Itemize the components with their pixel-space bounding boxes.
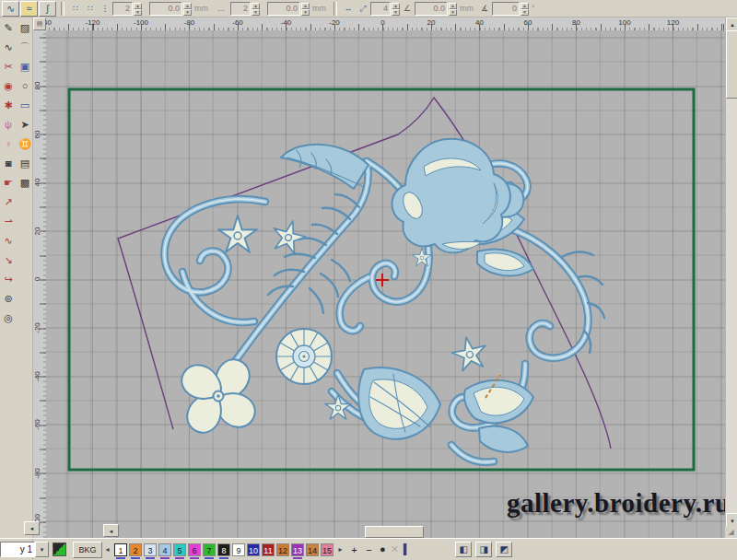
density-spinner[interactable]: ▲▼ [252, 3, 260, 15]
swatch-mark [116, 557, 125, 559]
arc-tool-icon[interactable]: ⌒ [18, 41, 32, 54]
color-swatch-15[interactable]: 15 [321, 543, 333, 556]
spacing-dots-icon[interactable]: ∷ [71, 4, 80, 13]
width-field[interactable]: 4 [370, 2, 391, 16]
offset-spinner[interactable]: ▲▼ [449, 3, 457, 15]
status-icon-3[interactable]: ◩ [496, 542, 512, 557]
status-icon-2[interactable]: ◨ [475, 542, 492, 557]
double-ring-icon[interactable]: ◎ [1, 311, 16, 325]
freehand-tool-icon[interactable]: ∿ [1, 41, 16, 54]
width-spinner[interactable]: ▲▼ [392, 3, 400, 15]
left-ruler: 806040200-20-40-60-80-100 [33, 30, 47, 538]
swatch-mark [190, 557, 199, 559]
stitch-length-spinner[interactable]: ▲▼ [183, 3, 192, 15]
ruler-label: -20 [324, 18, 345, 27]
move-d-icon[interactable]: ⤢ [358, 4, 368, 14]
ruler-label: 40 [470, 18, 490, 27]
rect-tool-icon[interactable]: ▭ [18, 99, 32, 112]
embroidery-design[interactable] [46, 30, 725, 538]
stitch-length-field[interactable]: 0.0 [149, 2, 182, 16]
layer-combo[interactable]: y 1 [0, 542, 35, 557]
column-dots-icon[interactable]: ⋮ [100, 4, 110, 13]
ruler-label: -100 [131, 18, 151, 27]
star-shape-icon[interactable]: ✱ [1, 99, 16, 112]
repeat-count-field[interactable]: 2 [112, 2, 133, 16]
ruler-label: 60 [518, 18, 538, 27]
ruler-scroll-left-button[interactable]: ◂ [24, 521, 40, 535]
bird-motif-icon[interactable]: ➤ [18, 118, 32, 132]
color-swatches: 123456789101112131415 [114, 543, 335, 556]
node-arrow-icon[interactable]: ⇀ [1, 215, 16, 228]
zoom-in-button[interactable]: + [348, 543, 360, 556]
ruler-corner-box[interactable]: ▤ [33, 18, 46, 30]
resize-grip[interactable]: ◢ [725, 526, 737, 538]
status-icon-1[interactable]: ◧ [455, 542, 472, 557]
offset-field[interactable]: 0.0 [415, 2, 448, 16]
color-swatch-9[interactable]: 9 [232, 543, 245, 556]
pattern-fill-icon[interactable]: ▩ [18, 176, 32, 190]
arrow-se-icon[interactable]: ↘ [1, 253, 16, 267]
angle-field[interactable]: 0 [492, 2, 520, 16]
ellipse-tool-icon[interactable]: ○ [18, 79, 32, 93]
hscroll-left-button[interactable]: ◂ [103, 524, 119, 537]
color-swatch-1[interactable]: 1 [114, 543, 127, 556]
origin-crosshair-marker [376, 274, 389, 286]
motif-stitch-button[interactable]: ʃ [39, 1, 56, 17]
spacing-dots2-icon[interactable]: ∷ [86, 4, 95, 13]
color-swatch-12[interactable]: 12 [276, 543, 289, 556]
color-swatch-3[interactable]: 3 [144, 543, 157, 556]
color-swatch-6[interactable]: 6 [188, 543, 201, 556]
ruler-label: 100 [614, 18, 635, 27]
spacing-field[interactable]: 0.0 [267, 2, 300, 16]
photo-icon[interactable]: ▤ [18, 157, 32, 170]
color-swatch-2[interactable]: 2 [129, 543, 142, 556]
zoom-out-button[interactable]: − [363, 543, 375, 556]
chart-icon[interactable]: ▍ [404, 544, 411, 554]
pair-motif-icon[interactable]: ♊ [18, 137, 32, 151]
color-swatch-5[interactable]: 5 [173, 543, 186, 556]
ring-icon[interactable]: ⊚ [1, 292, 16, 306]
palette-mode-icon[interactable] [53, 542, 66, 556]
palette-next-button[interactable]: ▸ [336, 543, 345, 556]
palette-prev-button[interactable]: ◂ [103, 543, 111, 556]
hand-point-icon[interactable]: ☛ [1, 176, 16, 190]
cut-tool-icon[interactable]: ✂ [1, 60, 16, 74]
bkg-button[interactable]: BKG [73, 542, 102, 558]
hscroll-thumb[interactable] [365, 526, 424, 538]
more-options-icon[interactable]: … [215, 4, 228, 13]
arrow-ne-icon[interactable]: ↗ [1, 195, 16, 209]
density-field[interactable]: 2 [230, 2, 251, 16]
color-swatch-14[interactable]: 14 [306, 543, 319, 556]
hatch-tool-icon[interactable]: ▨ [18, 21, 32, 35]
design-canvas[interactable]: gallery.broidery.ru [46, 30, 725, 538]
vscroll-up-button[interactable]: ▴ [726, 18, 737, 31]
vscroll-thumb[interactable] [726, 30, 737, 99]
spacing-spinner[interactable]: ▲▼ [301, 3, 310, 15]
four-petal-flower [181, 359, 255, 433]
satin-stitch-button[interactable]: ≈ [20, 1, 38, 17]
vertical-scrollbar[interactable]: ▴ ▾ [725, 18, 737, 538]
color-swatch-8[interactable]: 8 [217, 543, 230, 556]
flag-tool-icon[interactable]: ▣ [18, 60, 32, 74]
curve-arrow-icon[interactable]: ↪ [1, 273, 16, 286]
angle-spinner[interactable]: ▲▼ [521, 3, 529, 15]
run-stitch-button[interactable]: ∿ [2, 1, 19, 17]
zigzag-line-icon[interactable]: ∿ [1, 234, 16, 248]
select-tool-icon[interactable]: ✎ [1, 21, 16, 35]
delete-icon: ✕ [391, 544, 399, 554]
color-swatch-4[interactable]: 4 [158, 543, 171, 556]
color-swatch-7[interactable]: 7 [203, 543, 216, 556]
move-h-icon[interactable]: ↔ [344, 4, 353, 13]
point-edit-icon[interactable]: ◉ [1, 79, 16, 93]
camera-icon[interactable]: ◙ [1, 157, 16, 170]
toolbar-separator [61, 2, 64, 16]
color-swatch-11[interactable]: 11 [262, 543, 275, 556]
tool-palette-grid: ✎▨∿⌒✂▣◉○✱▭ψ➤♀♊◙▤☛▩↗⇀∿↘↪⊚◎ [0, 18, 32, 325]
redraw-hand-icon[interactable]: ● [380, 544, 386, 554]
repeat-count-spinner[interactable]: ▲▼ [134, 3, 142, 15]
color-swatch-10[interactable]: 10 [247, 543, 260, 556]
layer-combo-drop-button[interactable]: ▾ [35, 542, 49, 557]
color-swatch-13[interactable]: 13 [291, 543, 304, 556]
person-motif-icon[interactable]: ♀ [1, 137, 16, 151]
figure-tool-icon[interactable]: ψ [1, 118, 16, 132]
